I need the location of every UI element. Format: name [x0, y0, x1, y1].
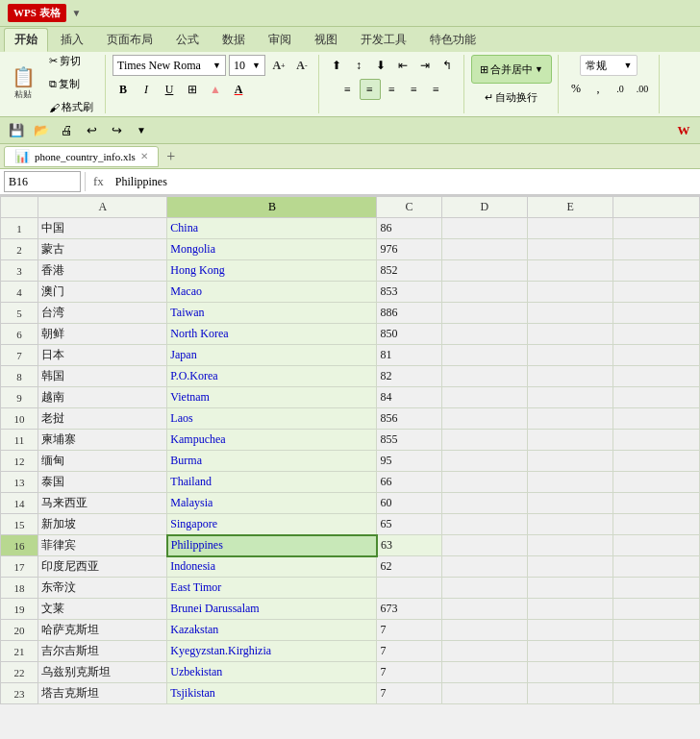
cell-d-5[interactable] [441, 303, 527, 324]
cell-a-18[interactable]: 东帝汶 [38, 578, 167, 599]
cell-d-15[interactable] [441, 514, 527, 535]
paste-button[interactable]: 📋 粘贴 [6, 61, 40, 109]
row-number[interactable]: 13 [1, 472, 38, 493]
cell-d-10[interactable] [441, 408, 527, 430]
cell-a-10[interactable]: 老挝 [38, 408, 167, 430]
cell-d-18[interactable] [441, 578, 527, 599]
cell-b-10[interactable]: Laos [167, 408, 377, 430]
cell-b-17[interactable]: Indonesia [167, 556, 377, 578]
row-number[interactable]: 8 [1, 366, 38, 387]
tab-insert[interactable]: 插入 [50, 28, 94, 52]
cell-c-10[interactable]: 856 [377, 408, 441, 430]
percent-button[interactable]: % [565, 78, 587, 99]
tab-home[interactable]: 开始 [4, 28, 48, 52]
undo-button[interactable]: ↩ [81, 120, 102, 141]
align-top-button[interactable]: ⬆ [326, 55, 347, 76]
cell-b-12[interactable]: Burma [167, 451, 377, 472]
cell-a-19[interactable]: 文莱 [38, 599, 167, 620]
cell-c-18[interactable] [377, 578, 441, 599]
cell-d-8[interactable] [441, 366, 527, 387]
font-increase-button[interactable]: A+ [268, 55, 289, 76]
decrease-decimal-button[interactable]: .00 [632, 78, 653, 99]
cell-c-14[interactable]: 60 [377, 493, 441, 514]
cell-a-6[interactable]: 朝鲜 [38, 324, 167, 345]
cell-a-1[interactable]: 中国 [38, 218, 167, 239]
row-number[interactable]: 22 [1, 662, 38, 683]
cell-d-12[interactable] [441, 451, 527, 472]
cell-e-5[interactable] [528, 303, 613, 324]
increase-decimal-button[interactable]: .0 [610, 78, 631, 99]
quick-access-more-button[interactable]: ▼ [131, 120, 152, 141]
cell-d-17[interactable] [441, 556, 527, 578]
align-justify-button[interactable]: ≡ [404, 79, 425, 100]
row-number[interactable]: 1 [1, 218, 38, 239]
cell-d-20[interactable] [441, 620, 527, 641]
font-name-selector[interactable]: Times New Roma ▼ [112, 55, 226, 76]
cell-b-20[interactable]: Kazakstan [167, 620, 377, 641]
text-direction-button[interactable]: ↰ [437, 55, 458, 76]
wps-icon[interactable]: W [673, 120, 694, 141]
cell-c-7[interactable]: 81 [377, 345, 441, 366]
new-tab-button[interactable]: + [161, 146, 182, 167]
align-vmiddle-button[interactable]: ↕ [348, 55, 369, 76]
col-header-e[interactable]: E [528, 197, 613, 218]
underline-button[interactable]: U [159, 79, 180, 100]
save-button[interactable]: 💾 [6, 120, 27, 141]
cell-c-5[interactable]: 886 [377, 303, 441, 324]
font-decrease-button[interactable]: A- [291, 55, 312, 76]
cell-b-8[interactable]: P.O.Korea [167, 366, 377, 387]
wps-logo[interactable]: WPS 表格 [8, 4, 66, 22]
cell-b-11[interactable]: Kampuchea [167, 430, 377, 451]
align-center-button[interactable]: ≡ [360, 79, 381, 100]
cell-c-6[interactable]: 850 [377, 324, 441, 345]
cell-e-18[interactable] [528, 578, 613, 599]
cell-e-23[interactable] [528, 683, 613, 704]
cell-c-19[interactable]: 673 [377, 599, 441, 620]
border-button[interactable]: ⊞ [182, 79, 203, 100]
number-format-selector[interactable]: 常规 ▼ [580, 55, 638, 76]
cell-a-22[interactable]: 乌兹别克斯坦 [38, 662, 167, 683]
cell-e-1[interactable] [528, 218, 613, 239]
cell-a-23[interactable]: 塔吉克斯坦 [38, 683, 167, 704]
cell-e-15[interactable] [528, 514, 613, 535]
dropdown-arrow[interactable]: ▼ [72, 8, 82, 18]
merge-center-button[interactable]: ⊞ 合并居中 ▼ [471, 55, 552, 84]
cell-c-4[interactable]: 853 [377, 282, 441, 303]
cell-e-8[interactable] [528, 366, 613, 387]
comma-button[interactable]: , [588, 78, 609, 99]
cell-b-2[interactable]: Mongolia [167, 239, 377, 260]
cell-c-17[interactable]: 62 [377, 556, 441, 578]
cell-c-1[interactable]: 86 [377, 218, 441, 239]
cell-c-11[interactable]: 855 [377, 430, 441, 451]
tab-review[interactable]: 审阅 [258, 28, 302, 52]
cell-c-2[interactable]: 976 [377, 239, 441, 260]
cell-a-21[interactable]: 吉尔吉斯坦 [38, 641, 167, 662]
cell-c-12[interactable]: 95 [377, 451, 441, 472]
cell-d-13[interactable] [441, 472, 527, 493]
row-number[interactable]: 10 [1, 408, 38, 430]
cell-d-21[interactable] [441, 641, 527, 662]
cell-a-12[interactable]: 缅甸 [38, 451, 167, 472]
font-color-button[interactable]: A [228, 79, 249, 100]
cell-b-13[interactable]: Thailand [167, 472, 377, 493]
row-number[interactable]: 7 [1, 345, 38, 366]
open-button[interactable]: 📂 [31, 120, 52, 141]
cell-a-11[interactable]: 柬埔寨 [38, 430, 167, 451]
cell-c-20[interactable]: 7 [377, 620, 441, 641]
cell-a-7[interactable]: 日本 [38, 345, 167, 366]
cell-e-16[interactable] [528, 535, 613, 556]
cell-e-4[interactable] [528, 282, 613, 303]
row-number[interactable]: 3 [1, 260, 38, 282]
align-right-button[interactable]: ≡ [382, 79, 403, 100]
row-number[interactable]: 19 [1, 599, 38, 620]
cut-button[interactable]: ✂ 剪切 [43, 51, 99, 72]
cell-e-22[interactable] [528, 662, 613, 683]
close-icon[interactable]: ✕ [140, 151, 148, 161]
col-header-d[interactable]: D [441, 197, 527, 218]
row-number[interactable]: 18 [1, 578, 38, 599]
cell-e-3[interactable] [528, 260, 613, 282]
redo-button[interactable]: ↪ [106, 120, 127, 141]
cell-e-7[interactable] [528, 345, 613, 366]
cell-d-2[interactable] [441, 239, 527, 260]
cell-e-2[interactable] [528, 239, 613, 260]
